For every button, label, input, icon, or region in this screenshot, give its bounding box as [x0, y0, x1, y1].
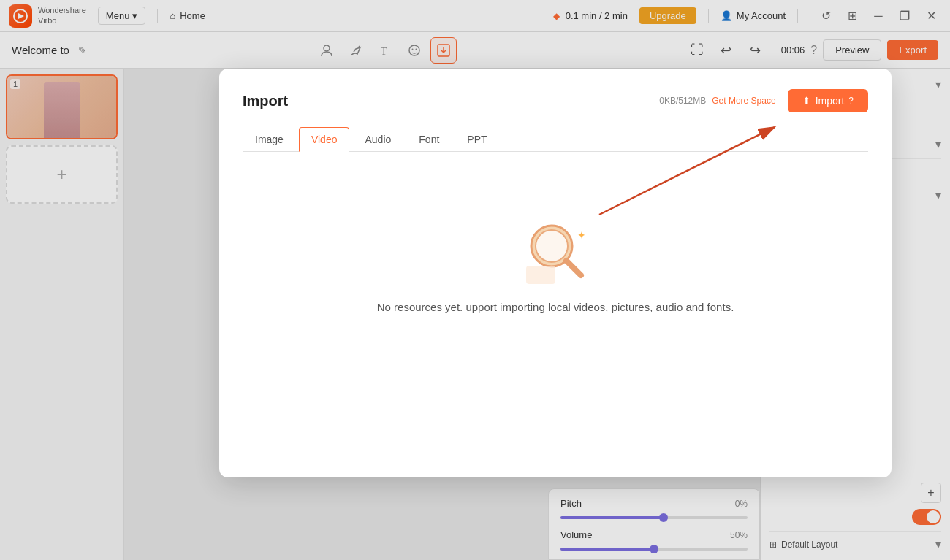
- upload-icon: ⬆: [802, 95, 811, 107]
- modal-empty-state: ✦ No resources yet. upport importing loc…: [243, 169, 868, 357]
- storage-label: 0KB/512MB: [659, 96, 706, 106]
- import-modal: Import 0KB/512MB Get More Space ⬆ Import…: [219, 69, 892, 477]
- empty-text: No resources yet. upport importing local…: [377, 301, 734, 313]
- storage-info: 0KB/512MB Get More Space: [659, 96, 775, 106]
- tab-image[interactable]: Image: [243, 127, 296, 152]
- tab-video[interactable]: Video: [299, 127, 350, 152]
- modal-title: Import: [243, 93, 288, 110]
- question-icon: ?: [848, 96, 854, 106]
- modal-header: Import 0KB/512MB Get More Space ⬆ Import…: [243, 89, 868, 112]
- svg-rect-16: [526, 266, 555, 284]
- get-more-space-link[interactable]: Get More Space: [712, 96, 775, 106]
- empty-illustration: ✦: [512, 213, 599, 286]
- modal-tabs: Image Video Audio Font PPT: [243, 127, 868, 152]
- tab-ppt[interactable]: PPT: [455, 127, 499, 152]
- svg-line-14: [566, 261, 581, 275]
- svg-text:✦: ✦: [577, 229, 586, 241]
- import-button[interactable]: ⬆ Import ?: [788, 89, 868, 112]
- svg-point-13: [536, 230, 568, 262]
- tab-font[interactable]: Font: [406, 127, 452, 152]
- tab-audio[interactable]: Audio: [352, 127, 403, 152]
